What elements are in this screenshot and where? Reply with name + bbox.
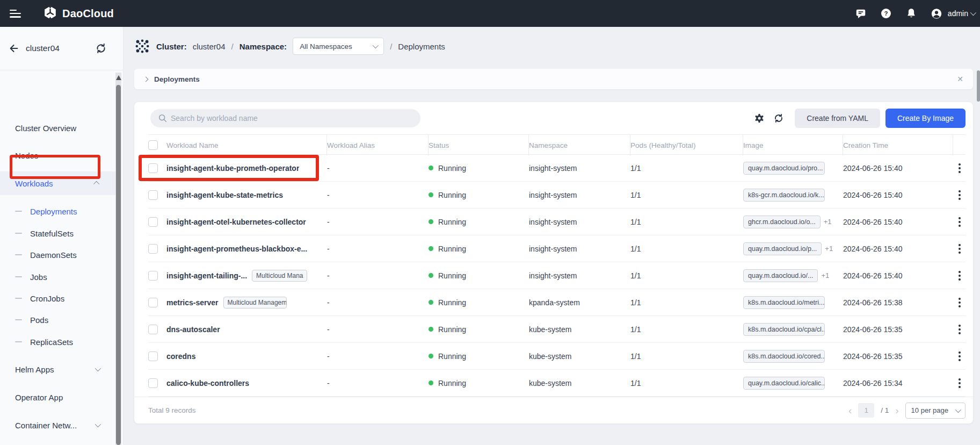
row-checkbox[interactable] — [148, 163, 158, 173]
status-text: Running — [438, 325, 466, 334]
pods-count: 1/1 — [630, 352, 743, 361]
workload-name-link[interactable]: insight-agent-kube-prometh-operator — [166, 164, 299, 173]
prev-page-arrow[interactable]: ‹ — [848, 405, 852, 415]
brand-logo[interactable]: DaoCloud — [43, 5, 114, 22]
sidebar-item-cluster-overview[interactable]: Cluster Overview — [0, 117, 115, 139]
namespace-select[interactable]: All Namespaces — [293, 38, 384, 55]
workload-name-link[interactable]: insight-agent-tailing-... — [166, 271, 247, 280]
gear-icon[interactable] — [754, 113, 765, 124]
sidebar-item-crds[interactable]: CRDs — [0, 442, 115, 445]
workload-name-link[interactable]: metrics-server — [166, 298, 219, 307]
workload-alias: - — [327, 379, 429, 387]
creation-time: 2024-06-26 15:35 — [843, 352, 953, 361]
sidebar-item-statefulsets[interactable]: StatefulSets — [0, 223, 115, 244]
per-page-select[interactable]: 10 per page — [905, 403, 966, 419]
top-bar: DaoCloud ? admin — [0, 0, 980, 27]
back-arrow-icon[interactable] — [8, 42, 20, 55]
chat-icon[interactable] — [855, 8, 867, 19]
workload-name-link[interactable]: insight-agent-kube-state-metrics — [166, 191, 283, 199]
row-checkbox[interactable] — [148, 325, 158, 334]
close-icon[interactable]: ✕ — [957, 75, 963, 83]
create-from-yaml-button[interactable]: Create from YAML — [795, 109, 880, 128]
chevron-down-icon — [373, 42, 379, 48]
status-text: Running — [438, 191, 466, 199]
image-chip: quay.m.daocloud.io/pro... — [743, 162, 825, 175]
row-checkbox[interactable] — [148, 351, 158, 361]
sidebar-item-replicasets[interactable]: ReplicaSets — [0, 331, 115, 353]
breadcrumb-namespace-label: Namespace: — [239, 42, 287, 51]
kebab-menu-icon[interactable] — [953, 244, 966, 254]
next-page-arrow[interactable]: › — [895, 405, 898, 415]
workload-name-link[interactable]: insight-agent-prometheus-blackbox-e... — [166, 245, 307, 253]
create-by-image-button[interactable]: Create By Image — [885, 109, 966, 128]
main-scrollbar-thumb[interactable] — [977, 70, 980, 102]
sidebar-item-label: Operator App — [15, 393, 63, 402]
sidebar-item-label: Cluster Overview — [15, 124, 76, 133]
table-row: dns-autoscaler-Runningkube-system1/1k8s.… — [148, 316, 966, 343]
table-body: insight-agent-kube-prometh-operator-Runn… — [148, 155, 966, 397]
workload-name-link[interactable]: coredns — [166, 352, 195, 361]
sidebar-item-container-network[interactable]: Container Netw... — [0, 414, 115, 436]
kebab-menu-icon[interactable] — [953, 378, 966, 388]
kebab-menu-icon[interactable] — [953, 190, 966, 200]
status-dot-icon — [429, 273, 433, 278]
status-dot-icon — [429, 300, 433, 305]
refresh-icon[interactable] — [773, 113, 784, 124]
deployments-panel-header[interactable]: Deployments ✕ — [134, 69, 973, 89]
kebab-menu-icon[interactable] — [953, 351, 966, 361]
status-dot-icon — [429, 246, 433, 251]
row-checkbox[interactable] — [148, 298, 158, 307]
notification-bell-icon[interactable] — [905, 8, 917, 19]
row-checkbox[interactable] — [148, 190, 158, 200]
creation-time: 2024-06-26 15:40 — [843, 191, 953, 199]
sidebar-refresh-icon[interactable] — [95, 42, 107, 54]
search-input[interactable] — [150, 109, 420, 127]
cluster-dots-icon — [134, 38, 150, 54]
chevron-right-icon — [143, 76, 149, 82]
chevron-down-icon — [970, 10, 976, 16]
sidebar-item-nodes[interactable]: Nodes — [0, 145, 115, 166]
kebab-menu-icon[interactable] — [953, 325, 966, 334]
table-row: metrics-serverMulticloud Management-Runn… — [148, 289, 966, 316]
page-number[interactable]: 1 — [858, 403, 874, 418]
sidebar-scrollbar-up-arrow[interactable] — [116, 75, 121, 80]
per-page-value: 10 per page — [911, 406, 948, 414]
workload-tag: Multicloud Management — [223, 297, 287, 308]
creation-time: 2024-06-26 15:38 — [843, 298, 953, 307]
sidebar-item-helm-apps[interactable]: Helm Apps — [0, 358, 115, 380]
kebab-menu-icon[interactable] — [953, 163, 966, 173]
sidebar-item-cronjobs[interactable]: CronJobs — [0, 288, 115, 309]
panel-title: Deployments — [154, 75, 200, 83]
row-checkbox[interactable] — [148, 217, 158, 227]
sidebar-header: cluster04 — [0, 27, 123, 70]
table-row: calico-kube-controllers-Runningkube-syst… — [148, 370, 966, 397]
user-menu[interactable]: admin — [931, 8, 975, 19]
image-chip: k8s-gcr.m.daocloud.io/k... — [743, 189, 825, 202]
row-checkbox[interactable] — [148, 271, 158, 281]
namespace: kube-system — [529, 325, 630, 334]
row-checkbox[interactable] — [148, 378, 158, 388]
chevron-down-icon — [955, 406, 961, 412]
menu-icon[interactable] — [10, 10, 21, 18]
sidebar-item-jobs[interactable]: Jobs — [0, 266, 115, 288]
status-text: Running — [438, 298, 466, 307]
row-checkbox[interactable] — [148, 244, 158, 254]
kebab-menu-icon[interactable] — [953, 271, 966, 281]
dash-icon — [15, 211, 22, 212]
workload-name-link[interactable]: calico-kube-controllers — [166, 379, 249, 387]
kebab-menu-icon[interactable] — [953, 217, 966, 227]
sidebar-item-label: StatefulSets — [30, 229, 74, 238]
kebab-menu-icon[interactable] — [953, 298, 966, 307]
sidebar-item-daemonsets[interactable]: DaemonSets — [0, 244, 115, 265]
table-row: insight-agent-tailing-...Multicloud Mana… — [148, 262, 966, 289]
creation-time: 2024-06-26 15:35 — [843, 325, 953, 334]
sidebar-item-deployments[interactable]: Deployments — [0, 200, 115, 222]
sidebar-item-operator-app[interactable]: Operator App — [0, 386, 115, 408]
sidebar-item-pods[interactable]: Pods — [0, 309, 115, 331]
workload-name-link[interactable]: insight-agent-otel-kubernetes-collector — [166, 218, 306, 226]
sidebar-scrollbar-thumb[interactable] — [116, 85, 121, 445]
sidebar-item-workloads[interactable]: Workloads — [0, 171, 115, 195]
select-all-checkbox[interactable] — [148, 140, 158, 150]
workload-name-link[interactable]: dns-autoscaler — [166, 325, 220, 334]
help-icon[interactable]: ? — [880, 8, 892, 19]
